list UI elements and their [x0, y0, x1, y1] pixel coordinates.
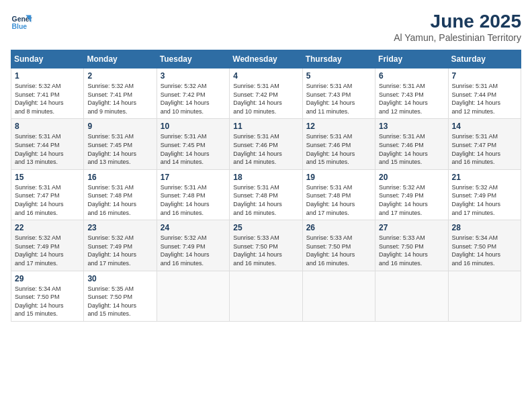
day-number: 30: [87, 274, 152, 283]
calendar-cell: 22 Sunrise: 5:32 AM Sunset: 7:49 PM Dayl…: [11, 220, 84, 271]
day-number: 5: [306, 71, 371, 81]
day-info: Sunrise: 5:31 AM Sunset: 7:43 PM Dayligh…: [379, 82, 444, 116]
day-number: 2: [87, 71, 152, 81]
calendar-cell: 27 Sunrise: 5:33 AM Sunset: 7:50 PM Dayl…: [375, 220, 448, 271]
calendar-table: SundayMondayTuesdayWednesdayThursdayFrid…: [11, 50, 521, 322]
day-info: Sunrise: 5:31 AM Sunset: 7:44 PM Dayligh…: [15, 132, 80, 166]
day-number: 19: [306, 173, 371, 182]
day-number: 3: [161, 71, 226, 81]
day-info: Sunrise: 5:31 AM Sunset: 7:48 PM Dayligh…: [233, 183, 298, 217]
day-info: Sunrise: 5:31 AM Sunset: 7:45 PM Dayligh…: [87, 132, 152, 166]
day-info: Sunrise: 5:31 AM Sunset: 7:48 PM Dayligh…: [306, 183, 371, 217]
calendar-cell: 26 Sunrise: 5:33 AM Sunset: 7:50 PM Dayl…: [302, 220, 375, 271]
day-info: Sunrise: 5:32 AM Sunset: 7:49 PM Dayligh…: [87, 234, 152, 267]
calendar-cell: [448, 271, 521, 321]
calendar-cell: 3 Sunrise: 5:32 AM Sunset: 7:42 PM Dayli…: [157, 68, 229, 119]
day-number: 17: [161, 173, 226, 182]
day-info: Sunrise: 5:31 AM Sunset: 7:46 PM Dayligh…: [233, 132, 298, 166]
day-number: 22: [15, 223, 80, 232]
day-info: Sunrise: 5:34 AM Sunset: 7:50 PM Dayligh…: [15, 285, 80, 318]
day-info: Sunrise: 5:31 AM Sunset: 7:48 PM Dayligh…: [161, 183, 226, 217]
day-info: Sunrise: 5:31 AM Sunset: 7:46 PM Dayligh…: [306, 132, 371, 166]
calendar-cell: 21 Sunrise: 5:32 AM Sunset: 7:49 PM Dayl…: [448, 169, 521, 220]
calendar-cell: 13 Sunrise: 5:31 AM Sunset: 7:46 PM Dayl…: [375, 119, 448, 169]
day-info: Sunrise: 5:31 AM Sunset: 7:44 PM Dayligh…: [452, 82, 517, 116]
month-title: June 2025: [394, 11, 521, 32]
day-header-friday: Friday: [375, 50, 448, 68]
day-info: Sunrise: 5:35 AM Sunset: 7:50 PM Dayligh…: [87, 285, 152, 318]
calendar-cell: 2 Sunrise: 5:32 AM Sunset: 7:41 PM Dayli…: [84, 68, 157, 119]
day-number: 23: [87, 223, 152, 232]
calendar-cell: 30 Sunrise: 5:35 AM Sunset: 7:50 PM Dayl…: [84, 271, 157, 321]
day-info: Sunrise: 5:31 AM Sunset: 7:42 PM Dayligh…: [233, 82, 298, 116]
calendar-cell: [302, 271, 375, 321]
calendar-cell: [375, 271, 448, 321]
day-header-saturday: Saturday: [448, 50, 521, 68]
day-number: 8: [15, 122, 80, 131]
calendar-cell: 17 Sunrise: 5:31 AM Sunset: 7:48 PM Dayl…: [157, 169, 229, 220]
calendar-cell: 4 Sunrise: 5:31 AM Sunset: 7:42 PM Dayli…: [230, 68, 302, 119]
day-number: 29: [15, 274, 80, 283]
day-info: Sunrise: 5:31 AM Sunset: 7:47 PM Dayligh…: [452, 132, 517, 166]
day-number: 18: [233, 173, 298, 182]
day-number: 11: [233, 122, 298, 131]
calendar-cell: 29 Sunrise: 5:34 AM Sunset: 7:50 PM Dayl…: [11, 271, 84, 321]
svg-text:Blue: Blue: [12, 23, 28, 30]
day-number: 25: [233, 223, 298, 232]
day-info: Sunrise: 5:32 AM Sunset: 7:49 PM Dayligh…: [452, 183, 517, 217]
day-number: 24: [161, 223, 226, 232]
calendar-cell: 11 Sunrise: 5:31 AM Sunset: 7:46 PM Dayl…: [230, 119, 302, 169]
day-header-monday: Monday: [84, 50, 157, 68]
day-info: Sunrise: 5:31 AM Sunset: 7:45 PM Dayligh…: [161, 132, 226, 166]
day-info: Sunrise: 5:31 AM Sunset: 7:43 PM Dayligh…: [306, 82, 371, 116]
day-number: 15: [15, 173, 80, 182]
logo: General Blue: [11, 11, 35, 32]
calendar-cell: 8 Sunrise: 5:31 AM Sunset: 7:44 PM Dayli…: [11, 119, 84, 169]
calendar-cell: 6 Sunrise: 5:31 AM Sunset: 7:43 PM Dayli…: [375, 68, 448, 119]
calendar-cell: 1 Sunrise: 5:32 AM Sunset: 7:41 PM Dayli…: [11, 68, 84, 119]
day-info: Sunrise: 5:32 AM Sunset: 7:41 PM Dayligh…: [15, 82, 80, 116]
calendar-cell: 19 Sunrise: 5:31 AM Sunset: 7:48 PM Dayl…: [302, 169, 375, 220]
day-info: Sunrise: 5:32 AM Sunset: 7:42 PM Dayligh…: [161, 82, 226, 116]
day-number: 16: [87, 173, 152, 182]
day-info: Sunrise: 5:31 AM Sunset: 7:46 PM Dayligh…: [379, 132, 444, 166]
day-number: 20: [379, 173, 444, 182]
calendar-cell: [157, 271, 229, 321]
location-subtitle: Al Yamun, Palestinian Territory: [394, 32, 521, 43]
day-number: 13: [379, 122, 444, 131]
calendar-cell: 16 Sunrise: 5:31 AM Sunset: 7:48 PM Dayl…: [84, 169, 157, 220]
calendar-cell: 14 Sunrise: 5:31 AM Sunset: 7:47 PM Dayl…: [448, 119, 521, 169]
calendar-cell: 10 Sunrise: 5:31 AM Sunset: 7:45 PM Dayl…: [157, 119, 229, 169]
calendar-cell: 24 Sunrise: 5:32 AM Sunset: 7:49 PM Dayl…: [157, 220, 229, 271]
day-info: Sunrise: 5:32 AM Sunset: 7:41 PM Dayligh…: [87, 82, 152, 116]
day-info: Sunrise: 5:32 AM Sunset: 7:49 PM Dayligh…: [15, 234, 80, 267]
day-header-sunday: Sunday: [11, 50, 84, 68]
calendar-cell: 20 Sunrise: 5:32 AM Sunset: 7:49 PM Dayl…: [375, 169, 448, 220]
day-info: Sunrise: 5:32 AM Sunset: 7:49 PM Dayligh…: [379, 183, 444, 217]
day-number: 6: [379, 71, 444, 81]
calendar-cell: [230, 271, 302, 321]
calendar-cell: 23 Sunrise: 5:32 AM Sunset: 7:49 PM Dayl…: [84, 220, 157, 271]
day-number: 14: [452, 122, 517, 131]
calendar-cell: 28 Sunrise: 5:34 AM Sunset: 7:50 PM Dayl…: [448, 220, 521, 271]
day-number: 28: [452, 223, 517, 232]
day-number: 21: [452, 173, 517, 182]
day-number: 7: [452, 71, 517, 81]
day-number: 27: [379, 223, 444, 232]
day-number: 12: [306, 122, 371, 131]
day-info: Sunrise: 5:33 AM Sunset: 7:50 PM Dayligh…: [306, 234, 371, 267]
day-info: Sunrise: 5:31 AM Sunset: 7:47 PM Dayligh…: [15, 183, 80, 217]
day-number: 4: [233, 71, 298, 81]
day-info: Sunrise: 5:34 AM Sunset: 7:50 PM Dayligh…: [452, 234, 517, 267]
day-info: Sunrise: 5:33 AM Sunset: 7:50 PM Dayligh…: [233, 234, 298, 267]
calendar-cell: 18 Sunrise: 5:31 AM Sunset: 7:48 PM Dayl…: [230, 169, 302, 220]
day-number: 1: [15, 71, 80, 81]
day-info: Sunrise: 5:32 AM Sunset: 7:49 PM Dayligh…: [161, 234, 226, 267]
calendar-cell: 5 Sunrise: 5:31 AM Sunset: 7:43 PM Dayli…: [302, 68, 375, 119]
calendar-cell: 15 Sunrise: 5:31 AM Sunset: 7:47 PM Dayl…: [11, 169, 84, 220]
calendar-cell: 25 Sunrise: 5:33 AM Sunset: 7:50 PM Dayl…: [230, 220, 302, 271]
calendar-cell: 12 Sunrise: 5:31 AM Sunset: 7:46 PM Dayl…: [302, 119, 375, 169]
day-info: Sunrise: 5:33 AM Sunset: 7:50 PM Dayligh…: [379, 234, 444, 267]
day-number: 9: [87, 122, 152, 131]
day-header-tuesday: Tuesday: [157, 50, 229, 68]
